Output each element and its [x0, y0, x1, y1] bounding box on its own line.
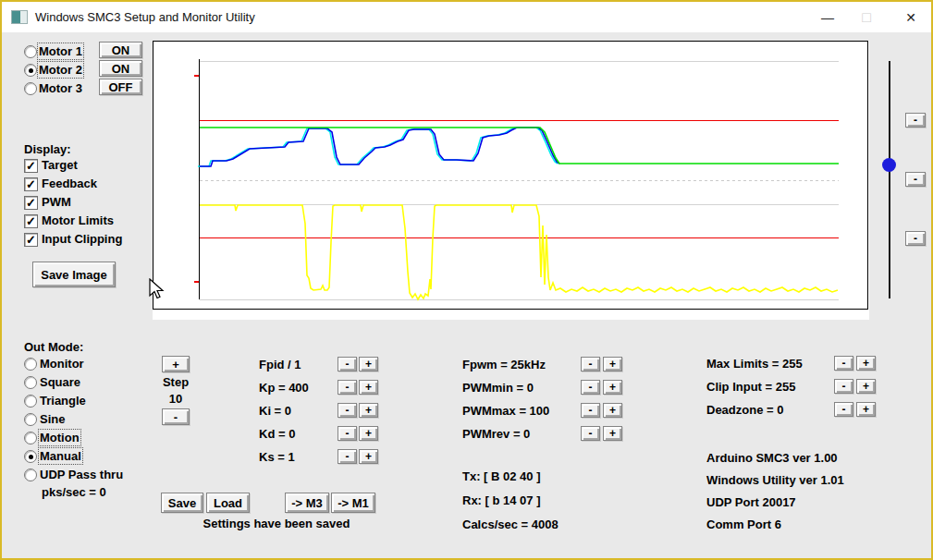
slider-minus-button-2[interactable]: -	[905, 172, 926, 187]
limit-1-label: Clip Input = 255	[706, 380, 795, 394]
radio-motor-3[interactable]	[24, 82, 37, 95]
comm-port: Comm Port 6	[706, 517, 781, 531]
radio-out-mode-square[interactable]	[24, 376, 37, 389]
pid-3-plus-button[interactable]: +	[359, 426, 378, 441]
pwm-1-plus-button[interactable]: +	[603, 380, 622, 395]
input-clipping-checkbox-label: Input Clipping	[42, 232, 122, 246]
monitor-chart-svg	[153, 41, 869, 320]
motor-3-power-button[interactable]: OFF	[99, 79, 142, 95]
monitor-chart	[153, 41, 869, 320]
udp-port: UDP Port 20017	[706, 495, 796, 509]
out-mode-motion-label: Motion	[40, 431, 80, 444]
pid-2-minus-button[interactable]: -	[338, 403, 357, 418]
copy-to-m3-button[interactable]: -> M3	[285, 493, 329, 513]
radio-out-mode-udp-pass-thru[interactable]	[24, 469, 37, 481]
target-checkbox-label: Target	[42, 158, 78, 172]
checkbox-target[interactable]	[24, 159, 38, 173]
pwm-3-minus-button[interactable]: -	[581, 426, 600, 441]
status-message: Settings have been saved	[162, 517, 391, 530]
copy-to-m1-button[interactable]: -> M1	[331, 493, 375, 513]
limit-0-label: Max Limits = 255	[706, 357, 803, 371]
pid-2-plus-button[interactable]: +	[359, 403, 378, 418]
slider-minus-button-1[interactable]: -	[905, 113, 926, 128]
motor-1-power-button[interactable]: ON	[99, 42, 142, 58]
load-settings-button[interactable]: Load	[206, 493, 250, 513]
checkbox-feedback[interactable]	[24, 177, 38, 191]
pid-4-label: Ks = 1	[259, 450, 295, 464]
step-label: Step	[161, 375, 190, 389]
pwm-3-label: PWMrev = 0	[462, 427, 530, 441]
pwm-0-label: Fpwm = 25kHz	[462, 358, 546, 371]
out-mode-monitor-label: Monitor	[40, 357, 84, 371]
limit-0-minus-button[interactable]: -	[834, 356, 853, 371]
out-mode-manual-label: Manual	[40, 449, 81, 463]
app-window: Windows SMC3 Setup and Monitor Utility —…	[0, 0, 933, 560]
mouse-cursor	[147, 278, 167, 300]
out-mode-square-label: Square	[40, 375, 80, 389]
window-title: Windows SMC3 Setup and Monitor Utility	[35, 10, 255, 24]
step-value: 10	[161, 392, 190, 406]
limit-1-plus-button[interactable]: +	[856, 379, 876, 394]
title-bar: Windows SMC3 Setup and Monitor Utility	[2, 2, 931, 32]
feedback-checkbox-label: Feedback	[42, 177, 97, 190]
pid-3-minus-button[interactable]: -	[338, 426, 357, 441]
limit-2-plus-button[interactable]: +	[856, 402, 876, 417]
pid-1-minus-button[interactable]: -	[338, 380, 357, 395]
limit-0-plus-button[interactable]: +	[856, 356, 876, 371]
target-slider-knob[interactable]	[882, 158, 896, 172]
pid-1-label: Kp = 400	[259, 381, 309, 395]
utility-version: Windows Utility ver 1.01	[706, 473, 844, 487]
pid-4-plus-button[interactable]: +	[359, 449, 378, 464]
pwm-3-plus-button[interactable]: +	[603, 426, 622, 441]
limit-2-minus-button[interactable]: -	[834, 402, 853, 417]
pwm-2-plus-button[interactable]: +	[603, 403, 622, 418]
step-minus-button[interactable]: -	[162, 408, 190, 425]
radio-out-mode-sine[interactable]	[24, 413, 37, 426]
calcs-per-sec: Calcs/sec = 4008	[462, 517, 559, 531]
radio-out-mode-triangle[interactable]	[24, 395, 37, 408]
pwm-2-minus-button[interactable]: -	[581, 403, 600, 418]
motor-2-power-button[interactable]: ON	[99, 60, 142, 77]
tx-status: Tx: [ B 02 40 ]	[462, 469, 541, 483]
limit-2-label: Deadzone = 0	[706, 403, 783, 417]
pid-3-label: Kd = 0	[259, 427, 295, 441]
pid-0-minus-button[interactable]: -	[338, 357, 357, 371]
pid-4-minus-button[interactable]: -	[338, 449, 357, 464]
pwm-0-minus-button[interactable]: -	[581, 357, 600, 371]
checkbox-motor-limits[interactable]	[24, 214, 38, 228]
out-mode-triangle-label: Triangle	[40, 394, 86, 408]
out-mode-sine-label: Sine	[40, 412, 65, 426]
save-image-button[interactable]: Save Image	[32, 262, 116, 287]
pid-0-label: Fpid / 1	[259, 358, 301, 371]
radio-out-mode-monitor[interactable]	[24, 358, 37, 371]
slider-minus-button-3[interactable]: -	[905, 231, 926, 246]
pwm-2-label: PWMmax = 100	[462, 404, 549, 418]
radio-motor-1[interactable]	[24, 45, 37, 58]
pwm-1-minus-button[interactable]: -	[581, 380, 600, 395]
minimize-icon[interactable]: —	[813, 6, 842, 29]
pwm-checkbox-label: PWM	[42, 195, 71, 209]
pwm-0-plus-button[interactable]: +	[603, 357, 622, 371]
close-icon[interactable]: ✕	[896, 6, 926, 29]
pid-0-plus-button[interactable]: +	[359, 357, 378, 371]
pid-1-plus-button[interactable]: +	[359, 380, 378, 395]
out-mode-section-label: Out Mode:	[24, 340, 83, 354]
target-slider-track[interactable]	[889, 61, 890, 298]
maximize-icon: □	[852, 6, 881, 29]
motor-3-label: Motor 3	[39, 81, 82, 95]
pwm-1-label: PWMmin = 0	[462, 381, 534, 395]
display-section-label: Display:	[24, 142, 71, 156]
radio-out-mode-motion[interactable]	[24, 432, 37, 444]
radio-motor-2[interactable]	[24, 64, 37, 77]
out-mode-udp-pass-thru-label: UDP Pass thru	[40, 468, 123, 481]
checkbox-pwm[interactable]	[24, 196, 38, 210]
motor-limits-checkbox-label: Motor Limits	[42, 213, 114, 227]
limit-1-minus-button[interactable]: -	[834, 379, 853, 394]
step-plus-button[interactable]: +	[162, 356, 190, 372]
radio-out-mode-manual[interactable]	[24, 450, 37, 463]
save-settings-button[interactable]: Save	[161, 493, 203, 513]
motor-1-label: Motor 1	[39, 44, 82, 58]
checkbox-input-clipping[interactable]	[24, 233, 38, 247]
motor-2-label: Motor 2	[39, 63, 82, 77]
arduino-version: Arduino SMC3 ver 1.00	[706, 451, 838, 465]
